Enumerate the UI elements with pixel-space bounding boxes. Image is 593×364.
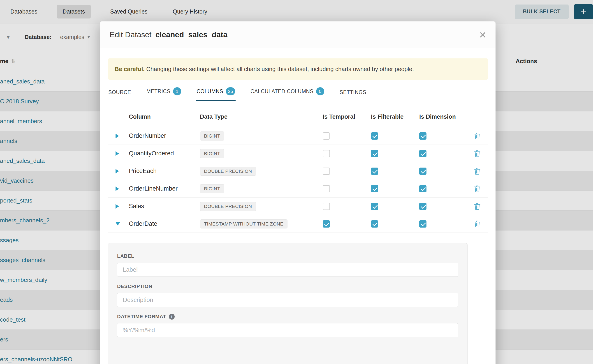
trash-icon[interactable] [473,132,481,140]
tab-metrics[interactable]: METRICS1 [146,84,182,101]
label-input[interactable] [117,263,458,277]
datetime-format-field-group: DATETIME FORMAT i [117,314,458,337]
column-name: PriceEach [129,168,200,175]
expand-caret-icon[interactable] [116,204,119,209]
tab-label: SETTINGS [340,89,366,95]
is-filterable-checkbox[interactable] [371,220,378,228]
header-is-dimension: Is Dimension [418,113,467,120]
modal-title-prefix: Edit Dataset [110,30,152,39]
header-column: Column [129,113,200,120]
data-type-pill: DOUBLE PRECISION [200,167,256,176]
header-is-filterable: Is Filterable [370,113,418,120]
trash-icon-svg [473,202,481,210]
trash-icon[interactable] [473,202,481,210]
trash-icon[interactable] [473,220,481,228]
tab-count-badge: 1 [173,87,181,95]
column-row: PriceEachDOUBLE PRECISION [108,162,488,180]
column-name: QuantityOrdered [129,150,200,157]
is-temporal-checkbox[interactable] [323,168,330,175]
is-filterable-checkbox[interactable] [371,132,378,140]
tab-count-badge: 25 [226,87,235,95]
expand-caret-icon[interactable] [116,151,119,156]
column-name: OrderLineNumber [129,185,200,192]
is-temporal-checkbox[interactable] [323,150,330,157]
is-temporal-checkbox[interactable] [323,220,330,228]
modal-title-dataset: cleaned_sales_data [155,30,227,39]
tab-label: SOURCE [108,89,131,95]
warning-banner-text: Changing these settings will affect all … [146,66,414,72]
label-field-label: LABEL [117,253,458,259]
expand-caret-icon[interactable] [116,169,119,173]
tab-label: CALCULATED COLUMNS [250,88,313,95]
is-dimension-checkbox[interactable] [419,220,427,228]
description-field-label: DESCRIPTION [117,284,458,289]
tab-settings[interactable]: SETTINGS [339,87,367,101]
column-row: SalesDOUBLE PRECISION [108,198,488,215]
trash-icon[interactable] [473,185,481,193]
datetime-format-label: DATETIME FORMAT [117,314,166,319]
tab-label: COLUMNS [197,88,223,95]
modal-tabs: SOURCEMETRICS1COLUMNS25CALCULATED COLUMN… [108,84,488,101]
trash-icon-svg [473,132,481,140]
description-input[interactable] [117,293,458,307]
expand-caret-icon[interactable] [116,134,119,138]
column-row: OrderNumberBIGINT [108,127,488,145]
trash-icon-svg [473,185,481,193]
column-row: OrderDateTIMESTAMP WITHOUT TIME ZONE [108,215,488,233]
columns-table-header: Column Data Type Is Temporal Is Filterab… [108,106,488,127]
data-type-pill: BIGINT [200,131,224,141]
trash-icon[interactable] [473,167,481,175]
info-icon[interactable]: i [169,314,175,319]
is-dimension-checkbox[interactable] [419,168,427,175]
data-type-pill: TIMESTAMP WITHOUT TIME ZONE [200,220,288,228]
edit-dataset-modal: Edit Dataset cleaned_sales_data × Be car… [100,21,495,364]
trash-icon-svg [473,150,481,158]
is-filterable-checkbox[interactable] [371,185,378,192]
description-field-group: DESCRIPTION [117,284,458,307]
data-type-pill: BIGINT [200,184,224,193]
is-filterable-checkbox[interactable] [371,168,378,175]
columns-table-body: OrderNumberBIGINTQuantityOrderedBIGINTPr… [108,127,488,233]
is-temporal-checkbox[interactable] [323,132,330,140]
is-temporal-checkbox[interactable] [323,185,330,192]
column-row: OrderLineNumberBIGINT [108,180,488,198]
warning-banner-bold: Be careful. [115,66,145,72]
tab-columns[interactable]: COLUMNS25 [196,84,236,101]
tab-source[interactable]: SOURCE [108,87,132,101]
column-row: QuantityOrderedBIGINT [108,145,488,162]
is-dimension-checkbox[interactable] [419,185,427,192]
data-type-pill: DOUBLE PRECISION [200,202,256,211]
column-name: OrderNumber [129,132,200,139]
header-is-temporal: Is Temporal [322,113,370,120]
is-dimension-checkbox[interactable] [419,132,427,140]
is-dimension-checkbox[interactable] [419,203,427,210]
is-filterable-checkbox[interactable] [371,203,378,210]
modal-header: Edit Dataset cleaned_sales_data × [100,21,495,48]
trash-icon-svg [473,167,481,175]
trash-icon[interactable] [473,150,481,158]
warning-banner: Be careful. Changing these settings will… [108,58,488,80]
datetime-format-label-row: DATETIME FORMAT i [117,314,458,319]
is-filterable-checkbox[interactable] [371,150,378,157]
modal-title: Edit Dataset cleaned_sales_data [110,30,227,39]
expand-caret-icon[interactable] [116,187,119,191]
column-name: OrderDate [129,220,200,227]
tab-label: METRICS [146,88,170,95]
label-field-group: LABEL [117,253,458,277]
tab-count-badge: 0 [316,87,324,95]
is-dimension-checkbox[interactable] [419,150,427,157]
modal-body: Be careful. Changing these settings will… [100,48,495,364]
column-editor-panel: LABEL DESCRIPTION DATETIME FORMAT i [108,243,468,364]
is-temporal-checkbox[interactable] [323,203,330,210]
data-type-pill: BIGINT [200,149,224,158]
trash-icon-svg [473,220,481,228]
collapse-caret-icon[interactable] [116,222,120,226]
tab-calculated-columns[interactable]: CALCULATED COLUMNS0 [250,84,325,101]
header-data-type: Data Type [200,113,322,120]
datetime-format-input[interactable] [117,323,458,337]
column-name: Sales [129,203,200,210]
close-icon[interactable]: × [479,29,486,41]
columns-table: Column Data Type Is Temporal Is Filterab… [108,106,488,233]
